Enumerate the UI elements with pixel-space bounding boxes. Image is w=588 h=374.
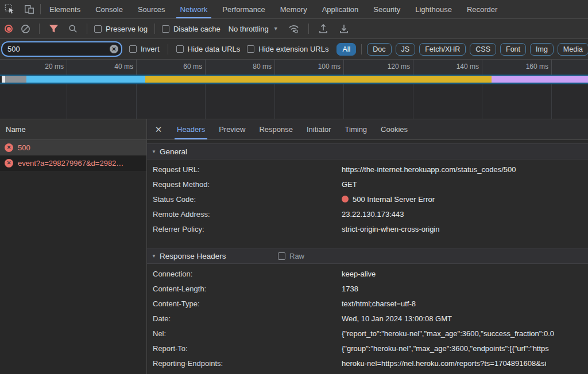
tab-initiator[interactable]: Initiator: [300, 119, 338, 139]
header-row: Request URL: https://the-internet.heroku…: [147, 162, 588, 177]
header-value: Wed, 10 Jan 2024 13:00:08 GMT: [342, 314, 452, 323]
response-header-rows: Connection: keep-alive Content-Length: 1…: [147, 266, 588, 374]
section-title: Response Headers: [160, 252, 226, 260]
response-headers-section-header[interactable]: ▼ Response Headers Raw: [147, 248, 588, 264]
header-key: Date:: [153, 314, 342, 323]
checkbox-box[interactable]: [162, 25, 169, 33]
device-toolbar-icon[interactable]: [20, 0, 39, 18]
overview-time-ruler: 20 ms 40 ms 60 ms 80 ms 100 ms 120 ms 14…: [0, 60, 588, 75]
header-row: Content-Type: text/html;charset=utf-8: [147, 296, 588, 311]
filter-pill-fetch-xhr[interactable]: Fetch/XHR: [419, 43, 466, 56]
tab-timing[interactable]: Timing: [338, 119, 374, 139]
checkbox-box[interactable]: [247, 45, 254, 53]
divider: [40, 4, 41, 14]
request-details-panel: ✕ Headers Preview Response Initiator Tim…: [147, 119, 588, 374]
throttling-dropdown[interactable]: No throttling ▼: [226, 25, 281, 33]
header-key: Remote Address:: [153, 210, 342, 219]
disable-cache-label: Disable cache: [173, 25, 220, 33]
tab-cookies[interactable]: Cookies: [374, 119, 415, 139]
header-value: GET: [342, 180, 357, 189]
checkbox-box[interactable]: [129, 45, 137, 53]
headers-content: ▼ General Request URL: https://the-inter…: [147, 140, 588, 374]
overview-grid-area: [0, 84, 588, 119]
tab-sources[interactable]: Sources: [130, 0, 173, 18]
disable-cache-checkbox[interactable]: Disable cache: [162, 25, 220, 33]
general-rows: Request URL: https://the-internet.heroku…: [147, 162, 588, 236]
ruler-label: 80 ms: [231, 63, 272, 71]
throttling-value: No throttling: [229, 25, 269, 33]
tab-preview[interactable]: Preview: [212, 119, 252, 139]
tab-application[interactable]: Application: [315, 0, 366, 18]
request-row-event[interactable]: ✕ event?a=298279967&d=2982…: [0, 155, 146, 171]
resource-type-filters: All Doc JS Fetch/XHR CSS Font Img Media: [336, 43, 588, 56]
raw-checkbox[interactable]: Raw: [278, 252, 304, 260]
checkbox-box[interactable]: [278, 252, 285, 260]
hide-data-urls-checkbox[interactable]: Hide data URLs: [176, 45, 241, 53]
filter-pill-doc[interactable]: Doc: [367, 43, 391, 56]
tab-memory[interactable]: Memory: [273, 0, 315, 18]
export-har-icon[interactable]: [336, 24, 351, 34]
filter-pill-js[interactable]: JS: [396, 43, 416, 56]
filter-pill-all[interactable]: All: [336, 43, 356, 56]
tab-performance[interactable]: Performance: [215, 0, 272, 18]
header-value: 1738: [342, 285, 358, 293]
request-row-500[interactable]: ✕ 500: [0, 140, 146, 155]
tab-network[interactable]: Network: [173, 0, 215, 18]
requests-panel: Name ✕ 500 ✕ event?a=298279967&d=2982…: [0, 119, 147, 374]
tab-console[interactable]: Console: [88, 0, 130, 18]
ruler-label: 120 ms: [370, 63, 410, 71]
general-section-header[interactable]: ▼ General: [147, 143, 588, 159]
tab-lighthouse[interactable]: Lighthouse: [408, 0, 459, 18]
hide-extension-urls-label: Hide extension URLs: [258, 45, 328, 53]
header-key: Status Code:: [153, 195, 342, 204]
filter-pill-media[interactable]: Media: [558, 43, 588, 56]
header-key: Reporting-Endpoints:: [153, 359, 342, 368]
invert-checkbox[interactable]: Invert: [129, 45, 160, 53]
tab-recorder[interactable]: Recorder: [459, 0, 505, 18]
tab-elements[interactable]: Elements: [42, 0, 88, 18]
name-column-header[interactable]: Name: [0, 119, 146, 140]
filter-input[interactable]: [1, 41, 122, 57]
filter-input-wrapper: ✕: [1, 41, 122, 57]
overview-segment-download: [145, 76, 492, 83]
tab-headers[interactable]: Headers: [170, 119, 212, 139]
preserve-log-checkbox[interactable]: Preserve log: [94, 25, 148, 33]
clear-filter-icon[interactable]: ✕: [110, 45, 118, 53]
header-row: Report-To: {"group":"heroku-nel","max_ag…: [147, 341, 588, 356]
error-status-icon: ✕: [5, 143, 13, 152]
network-main-area: Name ✕ 500 ✕ event?a=298279967&d=2982… ✕…: [0, 119, 588, 374]
header-row: Content-Length: 1738: [147, 281, 588, 296]
close-icon[interactable]: ✕: [147, 119, 170, 139]
import-har-icon[interactable]: [316, 24, 331, 34]
checkbox-box[interactable]: [94, 25, 102, 33]
header-row: Reporting-Endpoints: heroku-nel=https://…: [147, 356, 588, 371]
tab-response[interactable]: Response: [252, 119, 300, 139]
filter-icon[interactable]: [47, 25, 60, 33]
header-row: Status Code: 500 Internal Server Error: [147, 192, 588, 207]
header-key: Content-Type:: [153, 299, 342, 308]
filter-pill-css[interactable]: CSS: [470, 43, 496, 56]
request-name: 500: [18, 143, 30, 152]
header-key: Connection:: [153, 270, 342, 278]
header-value: text/html;charset=utf-8: [342, 299, 416, 308]
ruler-label: 140 ms: [439, 63, 479, 71]
disclosure-triangle-icon: ▼: [152, 254, 156, 259]
checkbox-box[interactable]: [176, 45, 184, 53]
details-tabbar: ✕ Headers Preview Response Initiator Tim…: [147, 119, 588, 140]
request-name: event?a=298279967&d=2982…: [18, 159, 123, 167]
record-network-log-icon[interactable]: [5, 25, 13, 33]
tab-security[interactable]: Security: [366, 0, 408, 18]
header-key: Request Method:: [153, 180, 342, 189]
header-row: Nel: {"report_to":"heroku-nel","max_age"…: [147, 326, 588, 341]
overview-segment-waiting: [26, 76, 145, 83]
hide-extension-urls-checkbox[interactable]: Hide extension URLs: [247, 45, 328, 53]
search-icon[interactable]: [66, 24, 80, 33]
disclosure-triangle-icon: ▼: [152, 149, 156, 154]
filter-pill-font[interactable]: Font: [500, 43, 526, 56]
filter-pill-img[interactable]: Img: [530, 43, 554, 56]
overview-waterfall-bar[interactable]: [0, 75, 588, 84]
inspect-element-icon[interactable]: [0, 0, 20, 18]
clear-network-log-icon[interactable]: [18, 24, 32, 34]
network-conditions-icon[interactable]: [287, 24, 301, 33]
ruler-label: 40 ms: [93, 63, 133, 71]
